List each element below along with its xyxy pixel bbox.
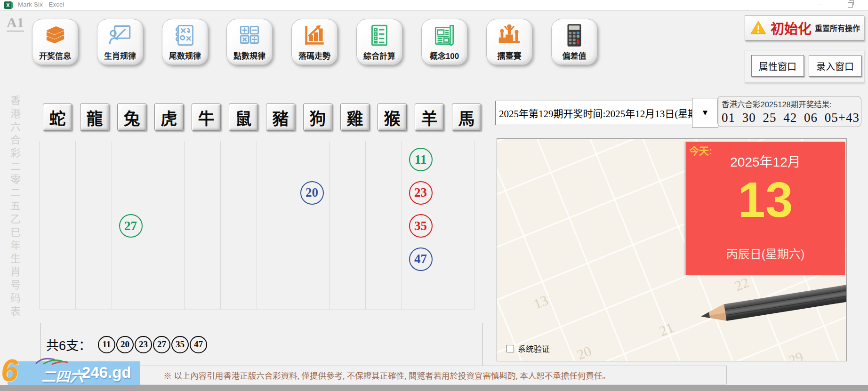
system-verify-row: 系统验证 (503, 343, 550, 354)
minimize-button[interactable] (811, 0, 829, 9)
button-arena[interactable]: 擂臺賽 (486, 19, 532, 65)
button-label: 綜合計算 (363, 49, 395, 61)
warning-icon (750, 20, 767, 35)
podium-icon (496, 22, 523, 49)
left-vertical-title: 香港六合彩二零二五乙巳年生肖号码表 (7, 95, 22, 321)
last-result-numbers: 01 30 25 42 06 05+43 (722, 111, 861, 125)
calculator-icon (561, 22, 588, 49)
button-label: 落碼走勢 (298, 49, 330, 61)
button-composite-calc[interactable]: 綜合計算 (356, 19, 402, 65)
summary-ball: 11 (98, 336, 115, 353)
window-title: Mark Six - Excel (18, 1, 64, 8)
math-ops-icon (236, 22, 263, 49)
calendar-ganzhi: 丙辰日(星期六) (686, 245, 845, 262)
zodiac-key[interactable]: 猴 (378, 104, 407, 131)
initialize-label: 初始化 (771, 18, 812, 38)
whiteboard-icon (106, 22, 134, 49)
zodiac-key[interactable]: 蛇 (43, 104, 72, 131)
summary-ball: 20 (116, 336, 134, 353)
grid-ball: 27 (119, 214, 143, 238)
button-tail-rules[interactable]: 尾数规律 (162, 19, 208, 65)
window-buttons-group: 属性窗口 录入窗口 (745, 50, 864, 83)
zodiac-key[interactable]: 牛 (192, 104, 221, 131)
zodiac-key[interactable]: 羊 (415, 104, 444, 131)
chevron-down-icon: ▼ (701, 108, 709, 118)
grid-ball: 47 (409, 247, 433, 271)
system-verify-label: 系统验证 (518, 343, 550, 354)
newspaper-icon (431, 22, 458, 49)
zodiac-key[interactable]: 兔 (117, 104, 146, 131)
zodiac-key[interactable]: 雞 (340, 104, 370, 131)
button-label: 生肖规律 (104, 49, 136, 61)
button-zodiac-rules[interactable]: 生肖规律 (97, 19, 143, 65)
draw-period-select[interactable]: 2025年第129期开奖时间:2025年12月13日(星期六) (495, 101, 694, 125)
button-label: 尾数规律 (169, 49, 201, 61)
excel-icon: X (4, 1, 12, 9)
today-date-card: 今天: 2025年12月 13 丙辰日(星期六) (685, 142, 845, 275)
button-label: 开奖信息 (39, 49, 71, 61)
last-result-box: 香港六合彩2025128期开奖结果: 01 30 25 42 06 05+43 (717, 96, 861, 127)
button-trend-chart[interactable]: 落碼走勢 (291, 19, 338, 65)
dropdown-arrow-button[interactable]: ▼ (692, 98, 718, 128)
cell-reference: A1 (7, 16, 24, 32)
brand-six: 6 (1, 355, 18, 386)
button-concept-100[interactable]: 概念100 (421, 19, 467, 65)
button-label: 點數規律 (233, 49, 265, 61)
button-deviation[interactable]: 偏差值 (551, 19, 597, 65)
initialize-button[interactable]: 初始化 重置所有操作 (745, 15, 864, 40)
playbook-icon (171, 22, 199, 49)
summary-ball: 27 (153, 336, 170, 353)
zodiac-row: 蛇 龍 兔 虎 牛 鼠 豬 狗 雞 猴 羊 馬 (43, 104, 481, 131)
zodiac-key[interactable]: 豬 (266, 104, 295, 131)
zodiac-key[interactable]: 鼠 (229, 104, 258, 131)
draw-period-value: 2025年第129期开奖时间:2025年12月13日(星期六) (496, 106, 694, 120)
pencil-image (692, 266, 847, 360)
books-icon (41, 22, 69, 49)
summary-balls: 112023273547 (98, 336, 208, 353)
restore-button[interactable] (841, 0, 860, 9)
grid-ball: 11 (409, 148, 433, 171)
grid-ball: 23 (409, 181, 433, 205)
summary-ball: 47 (190, 336, 207, 353)
zodiac-key[interactable]: 龍 (80, 104, 109, 131)
button-draw-info[interactable]: 开奖信息 (32, 19, 78, 65)
summary-ball: 23 (135, 336, 152, 353)
calendar-panel: 1322212029 今天: 2025年12月 (497, 138, 847, 361)
last-result-label: 香港六合彩2025128期开奖结果: (722, 98, 861, 110)
button-points-rules[interactable]: 點數規律 (226, 19, 273, 65)
button-label: 概念100 (430, 49, 459, 61)
brand-name: 二四六 (41, 365, 84, 386)
button-label: 擂臺賽 (498, 49, 522, 61)
zodiac-key[interactable]: 狗 (303, 104, 332, 131)
system-verify-checkbox[interactable] (506, 345, 514, 352)
brand-domain: 246.gd (82, 364, 131, 382)
initialize-note: 重置所有操作 (815, 22, 860, 33)
summary-ball: 35 (171, 336, 189, 353)
brand-watermark: 6 二四六 246.gd (8, 361, 140, 385)
checklist-icon (366, 22, 393, 49)
summary-label: 共6支： (46, 335, 91, 354)
entry-window-button[interactable]: 录入窗口 (809, 55, 861, 77)
button-label: 偏差值 (563, 49, 587, 61)
properties-window-button[interactable]: 属性窗口 (751, 55, 804, 77)
zodiac-key[interactable]: 馬 (452, 104, 481, 131)
app-window: X Mark Six - Excel A1 开奖信息 生肖规律 (0, 0, 868, 391)
bottom-bar (0, 385, 868, 391)
bar-chart-icon (301, 22, 328, 49)
grid-ball: 20 (300, 181, 324, 205)
title-bar: X Mark Six - Excel (0, 0, 868, 10)
disclaimer-text: ※ 以上內容引用香港正版六合彩資料, 僅提供參考, 不保證其正確性, 閱覽者若用… (163, 369, 610, 381)
calendar-day: 13 (686, 167, 845, 233)
grid-ball: 35 (409, 214, 433, 238)
zodiac-key[interactable]: 虎 (154, 104, 184, 131)
disclaimer-box: ※ 以上內容引用香港正版六合彩資料, 僅提供參考, 不保證其正確性, 閱覽者若用… (47, 366, 727, 384)
zodiac-number-grid: 27 20 11 23 35 47 (39, 141, 474, 310)
